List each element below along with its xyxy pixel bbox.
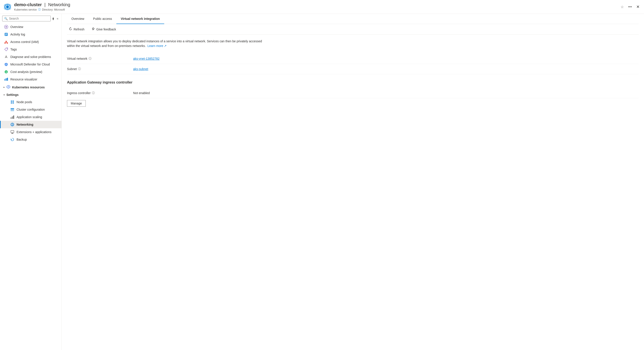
- sidebar-item-access-control[interactable]: Access control (IAM): [0, 38, 62, 46]
- app-scaling-icon: [10, 115, 14, 119]
- cost-analysis-label: Cost analysis (preview): [10, 70, 42, 74]
- search-input[interactable]: [9, 17, 49, 20]
- content-area: Overview Public access Virtual network i…: [62, 14, 644, 350]
- refresh-button[interactable]: Refresh: [67, 26, 86, 32]
- networking-label: Networking: [16, 123, 33, 126]
- svg-rect-30: [12, 102, 14, 104]
- virtual-network-value[interactable]: aks-vnet-13852782: [133, 57, 160, 60]
- close-button[interactable]: ✕: [636, 4, 640, 10]
- diagnose-icon: [4, 55, 8, 59]
- feedback-label: Give feedback: [96, 28, 116, 31]
- sidebar-item-overview[interactable]: Overview: [0, 23, 62, 31]
- sidebar-item-activity-log[interactable]: Activity log: [0, 31, 62, 38]
- header-title: demo-cluster | Networking: [14, 2, 620, 7]
- defender-icon: [4, 62, 8, 66]
- subnet-value[interactable]: aks-subnet: [133, 67, 148, 71]
- tags-icon: [4, 48, 8, 51]
- cluster-config-label: Cluster configuration: [16, 108, 45, 111]
- search-bar-row: 🔍 ⧫ «: [0, 14, 62, 23]
- search-box[interactable]: 🔍: [2, 16, 51, 22]
- filter-button[interactable]: ⧫: [52, 16, 55, 21]
- virtual-network-row: Virtual network ⓘ aks-vnet-13852782: [67, 54, 639, 64]
- sidebar-item-networking[interactable]: Networking: [0, 121, 62, 128]
- app-logo: [4, 3, 12, 11]
- svg-rect-27: [11, 100, 12, 102]
- cost-analysis-icon: $: [4, 70, 8, 74]
- header-actions: ☆ ••• ✕: [620, 4, 640, 10]
- cluster-config-icon: [10, 108, 14, 112]
- tab-overview[interactable]: Overview: [67, 14, 88, 24]
- kubernetes-icon: [6, 85, 10, 90]
- sidebar-item-backup[interactable]: Backup: [0, 136, 62, 143]
- ingress-info-icon[interactable]: ⓘ: [92, 91, 95, 95]
- header: demo-cluster | Networking Kubernetes ser…: [0, 0, 644, 14]
- learn-more-link[interactable]: Learn more ↗: [148, 44, 166, 48]
- resource-visualizer-label: Resource visualizer: [10, 78, 37, 81]
- ingress-row: Ingress controller ⓘ Not enabled: [67, 88, 639, 98]
- resource-visualizer-icon: [4, 77, 8, 81]
- svg-point-2: [6, 6, 9, 8]
- sidebar-item-diagnose[interactable]: Diagnose and solve problems: [0, 53, 62, 60]
- settings-chevron: [4, 94, 5, 96]
- svg-rect-35: [12, 116, 13, 119]
- activity-log-label: Activity log: [10, 32, 25, 36]
- sidebar-item-extensions[interactable]: Extensions + applications: [0, 128, 62, 136]
- svg-point-45: [94, 29, 94, 29]
- search-icon: 🔍: [4, 17, 8, 20]
- subnet-label: Subnet ⓘ: [67, 67, 133, 71]
- sidebar-group-kubernetes[interactable]: Kubernetes resources: [0, 83, 62, 91]
- sidebar-item-defender[interactable]: Microsoft Defender for Cloud: [0, 60, 62, 68]
- svg-line-46: [93, 30, 93, 30]
- tags-label: Tags: [10, 48, 17, 51]
- header-subtitle: Kubernetes service ⓘ Directory: Microsof…: [14, 8, 620, 12]
- svg-rect-22: [4, 79, 5, 81]
- tab-public-access[interactable]: Public access: [88, 14, 116, 24]
- sidebar-item-tags[interactable]: Tags: [0, 46, 62, 53]
- subnet-info-icon[interactable]: ⓘ: [78, 67, 81, 71]
- settings-label: Settings: [6, 93, 18, 96]
- sidebar-item-resource-visualizer[interactable]: Resource visualizer: [0, 76, 62, 83]
- description-text: Virtual network integration allows you t…: [67, 39, 265, 48]
- svg-text:$: $: [6, 71, 6, 73]
- svg-point-18: [7, 48, 8, 49]
- kubernetes-label: Kubernetes resources: [12, 86, 45, 89]
- svg-rect-31: [10, 108, 14, 109]
- header-title-group: demo-cluster | Networking Kubernetes ser…: [14, 2, 620, 12]
- tabs-bar: Overview Public access Virtual network i…: [67, 14, 639, 24]
- node-pools-label: Node pools: [16, 100, 32, 104]
- manage-button[interactable]: Manage: [67, 100, 86, 107]
- sidebar-item-cluster-config[interactable]: Cluster configuration: [0, 106, 62, 113]
- sidebar-item-cost-analysis[interactable]: $ Cost analysis (preview): [0, 68, 62, 76]
- backup-label: Backup: [16, 138, 27, 141]
- svg-point-11: [6, 41, 7, 42]
- favorite-button[interactable]: ☆: [620, 4, 624, 10]
- ingress-value: Not enabled: [133, 91, 150, 95]
- svg-rect-24: [7, 78, 8, 81]
- svg-point-6: [6, 26, 7, 28]
- info-icon[interactable]: ⓘ: [38, 8, 41, 12]
- more-options-button[interactable]: •••: [627, 4, 633, 10]
- access-control-icon: [4, 40, 8, 44]
- diagnose-label: Diagnose and solve problems: [10, 55, 51, 59]
- defender-label: Microsoft Defender for Cloud: [10, 62, 50, 66]
- svg-rect-36: [13, 116, 14, 119]
- overview-label: Overview: [10, 25, 23, 29]
- collapse-button[interactable]: «: [56, 16, 59, 21]
- feedback-button[interactable]: Give feedback: [90, 26, 118, 32]
- tab-virtual-network-integration[interactable]: Virtual network integration: [116, 14, 164, 24]
- overview-icon: [4, 25, 8, 29]
- svg-rect-34: [10, 117, 12, 119]
- virtual-network-info-icon[interactable]: ⓘ: [88, 57, 92, 60]
- sidebar-item-node-pools[interactable]: Node pools: [0, 98, 62, 106]
- sidebar-item-app-scaling[interactable]: Application scaling: [0, 113, 62, 121]
- toolbar: Refresh Give feedback: [67, 24, 639, 34]
- svg-rect-23: [6, 78, 6, 81]
- svg-rect-40: [11, 130, 14, 133]
- kubernetes-chevron: [4, 86, 5, 88]
- sidebar-group-settings[interactable]: Settings: [0, 91, 62, 98]
- svg-point-43: [92, 28, 94, 30]
- feedback-icon: [92, 27, 95, 31]
- svg-rect-28: [12, 100, 14, 102]
- main-layout: 🔍 ⧫ « Overview Activity log Access contr…: [0, 14, 644, 350]
- gateway-section-title: Application Gateway ingress controller: [67, 80, 639, 84]
